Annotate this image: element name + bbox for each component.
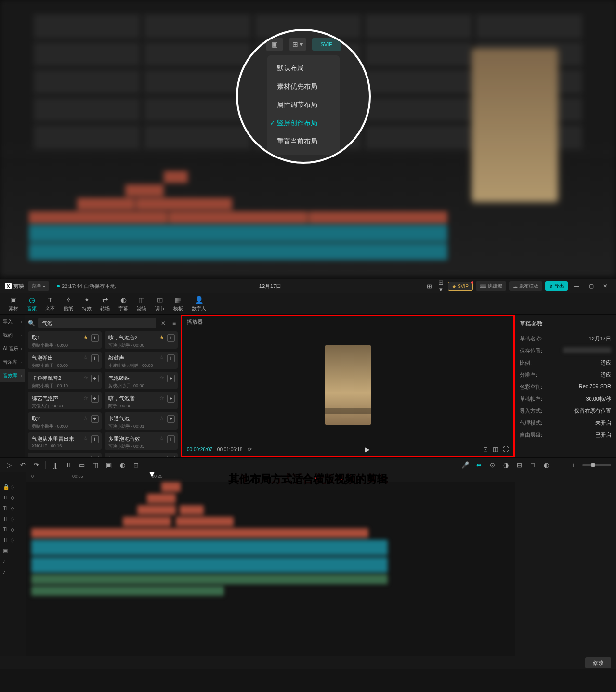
play-button[interactable]: ▶ bbox=[365, 445, 370, 453]
timeline-tool-icon[interactable]: II bbox=[64, 461, 73, 469]
add-asset-button[interactable]: + bbox=[91, 435, 99, 443]
track-header[interactable]: ♪ bbox=[0, 566, 26, 577]
track-header[interactable]: TI◇ bbox=[0, 492, 26, 503]
track-header[interactable]: ▣ bbox=[0, 545, 26, 556]
track-toggle-icon[interactable]: ◇ bbox=[11, 537, 14, 543]
ratio-icon[interactable]: ⊡ bbox=[483, 446, 488, 453]
timeline-tool-icon[interactable]: ◑ bbox=[501, 461, 510, 469]
add-asset-button[interactable]: + bbox=[91, 334, 99, 342]
track-header[interactable]: TI◇ bbox=[0, 513, 26, 524]
ribbon-tab-转场[interactable]: ⇄转场 bbox=[96, 294, 114, 314]
add-asset-button[interactable]: + bbox=[91, 354, 99, 362]
compare-icon[interactable]: ◫ bbox=[493, 446, 498, 453]
ribbon-tab-字幕[interactable]: ◐字幕 bbox=[115, 294, 132, 314]
layout-menu-item-vertical[interactable]: 竖屏创作布局 bbox=[267, 114, 340, 132]
star-icon[interactable]: ☆ bbox=[159, 435, 164, 442]
asset-card[interactable]: 多重泡泡音效 剪映小助手 · 00:03 ☆ + bbox=[105, 432, 178, 450]
layout-menu-item-reset[interactable]: 重置当前布局 bbox=[267, 132, 340, 151]
preview-canvas[interactable] bbox=[182, 327, 513, 443]
timeline-tracks[interactable]: 0 00:05 00:25 bbox=[26, 472, 515, 669]
asset-card[interactable]: 综艺气泡声 真假大白 · 00:01 ☆ + bbox=[28, 392, 102, 409]
track-header[interactable]: TI◇ bbox=[0, 524, 26, 535]
fullscreen-icon[interactable]: ⛶ bbox=[503, 446, 509, 453]
svip-badge[interactable]: SVIP bbox=[312, 38, 341, 51]
sidebar-item[interactable]: 导入› bbox=[0, 315, 25, 328]
ribbon-tab-音频[interactable]: ◷音频 bbox=[23, 294, 40, 314]
ribbon-tab-文本[interactable]: T文本 bbox=[41, 294, 59, 313]
timeline-tool-icon[interactable]: ↶ bbox=[18, 461, 27, 469]
layout-dropdown-button[interactable]: ⊞ ▾ bbox=[436, 279, 445, 293]
search-input[interactable] bbox=[38, 318, 156, 328]
timeline-tool-icon[interactable]: 🎤 bbox=[461, 461, 470, 469]
add-asset-button[interactable]: + bbox=[167, 334, 175, 342]
star-icon[interactable]: ★ bbox=[159, 334, 164, 340]
add-asset-button[interactable]: + bbox=[167, 375, 175, 382]
add-asset-button[interactable]: + bbox=[167, 395, 175, 403]
ribbon-tab-调节[interactable]: ⊞调节 bbox=[151, 294, 169, 314]
timeline-tool-icon[interactable]: ⊟ bbox=[515, 461, 524, 469]
minimize-button[interactable]: — bbox=[571, 283, 582, 289]
timeline-tool-icon[interactable]: ◫ bbox=[91, 461, 100, 469]
layout-menu-item-property[interactable]: 属性调节布局 bbox=[267, 96, 340, 114]
asset-card[interactable]: 气泡从水里冒出来 XNCLIP · 00:16 ☆ + bbox=[28, 432, 102, 450]
timeline-tool-icon[interactable]: ▣ bbox=[105, 461, 113, 469]
add-asset-button[interactable]: + bbox=[167, 415, 175, 423]
add-asset-button[interactable]: + bbox=[91, 456, 99, 457]
playhead[interactable] bbox=[152, 472, 152, 669]
asset-card[interactable]: 礼炮 阿鸡 · 00:01 ☆ + bbox=[105, 453, 178, 457]
clear-search-button[interactable]: ✕ bbox=[159, 320, 168, 326]
star-icon[interactable]: ☆ bbox=[83, 456, 88, 457]
shortcut-button[interactable]: ⌨快捷键 bbox=[476, 281, 506, 291]
add-asset-button[interactable]: + bbox=[167, 435, 175, 443]
ribbon-tab-模板[interactable]: ▦模板 bbox=[170, 294, 187, 314]
modify-button[interactable]: 修改 bbox=[585, 657, 611, 668]
add-asset-button[interactable]: + bbox=[91, 375, 99, 382]
sort-icon[interactable]: ≡ bbox=[170, 320, 178, 326]
add-asset-button[interactable]: + bbox=[91, 395, 99, 403]
star-icon[interactable]: ☆ bbox=[159, 415, 164, 421]
timeline-tool-icon[interactable]: ↷ bbox=[32, 461, 40, 469]
track-header[interactable]: TI◇ bbox=[0, 503, 26, 513]
asset-card[interactable]: 咳，气泡音2 剪映小助手 · 00:00 ★ + bbox=[105, 331, 178, 349]
loop-icon[interactable]: ⟳ bbox=[248, 446, 252, 453]
asset-card[interactable]: 取1 剪映小助手 · 00:00 ★ + bbox=[28, 331, 102, 349]
ribbon-tab-素材[interactable]: ▣素材 bbox=[5, 294, 22, 314]
track-header[interactable]: TI◇ bbox=[0, 535, 26, 545]
star-icon[interactable]: ☆ bbox=[83, 435, 88, 442]
track-toggle-icon[interactable]: ◇ bbox=[11, 495, 14, 500]
track-toggle-icon[interactable]: ◇ bbox=[11, 506, 14, 511]
preview-menu-icon[interactable]: ≡ bbox=[506, 319, 509, 325]
timeline-tool-icon[interactable]: ⊙ bbox=[488, 461, 497, 469]
star-icon[interactable]: ☆ bbox=[159, 354, 164, 361]
zoom-slider[interactable] bbox=[582, 464, 611, 466]
timeline-tool-icon[interactable]: ⊡ bbox=[131, 461, 140, 469]
maximize-button[interactable]: ▢ bbox=[585, 283, 597, 289]
timeline-tool-icon[interactable]: ⬌ bbox=[474, 461, 483, 469]
layout-toolbar-icon[interactable]: ▣ bbox=[266, 38, 283, 51]
publish-template-button[interactable]: ☁发布模板 bbox=[509, 281, 542, 291]
star-icon[interactable]: ★ bbox=[83, 334, 88, 340]
star-icon[interactable]: ☆ bbox=[159, 395, 164, 401]
sidebar-item[interactable]: 音乐库› bbox=[0, 355, 25, 369]
timeline-tool-icon[interactable]: ◐ bbox=[118, 461, 127, 469]
star-icon[interactable]: ☆ bbox=[83, 354, 88, 361]
asset-card[interactable]: 取2 剪映小助手 · 00:00 ☆ + bbox=[28, 412, 102, 430]
ribbon-tab-特效[interactable]: ✦特效 bbox=[78, 294, 95, 314]
asset-card[interactable]: 气泡冒出字幕弹出 XNCLIP · 00:02 ☆ + bbox=[28, 453, 102, 457]
add-asset-button[interactable]: + bbox=[91, 415, 99, 423]
asset-card[interactable]: 气泡弹出 剪映小助手 · 00:00 ☆ + bbox=[28, 352, 102, 369]
asset-card[interactable]: 敲鼓声 小波吐槽大喇叭 · 00:00 ☆ + bbox=[105, 352, 178, 369]
star-icon[interactable]: ☆ bbox=[159, 456, 164, 457]
sidebar-item[interactable]: AI 音乐› bbox=[0, 342, 25, 355]
sidebar-item[interactable]: 我的› bbox=[0, 328, 25, 342]
timeline-tool-icon[interactable]: □ bbox=[528, 461, 537, 469]
asset-card[interactable]: 卡通弹跳音2 剪映小助手 · 00:10 ☆ + bbox=[28, 372, 102, 389]
track-toggle-icon[interactable]: ◇ bbox=[11, 527, 14, 532]
star-icon[interactable]: ☆ bbox=[83, 395, 88, 401]
menu-button[interactable]: 菜单 ▾ bbox=[28, 281, 49, 291]
asset-card[interactable]: 咳，气泡音 阿子 · 00:00 ☆ + bbox=[105, 392, 178, 409]
ribbon-tab-贴纸[interactable]: ✧贴纸 bbox=[60, 294, 77, 314]
ribbon-tab-数字人[interactable]: 👤数字人 bbox=[188, 294, 210, 314]
close-button[interactable]: ✕ bbox=[600, 283, 611, 289]
layout-dropdown-icon[interactable]: ⊞ ▾ bbox=[289, 38, 306, 51]
